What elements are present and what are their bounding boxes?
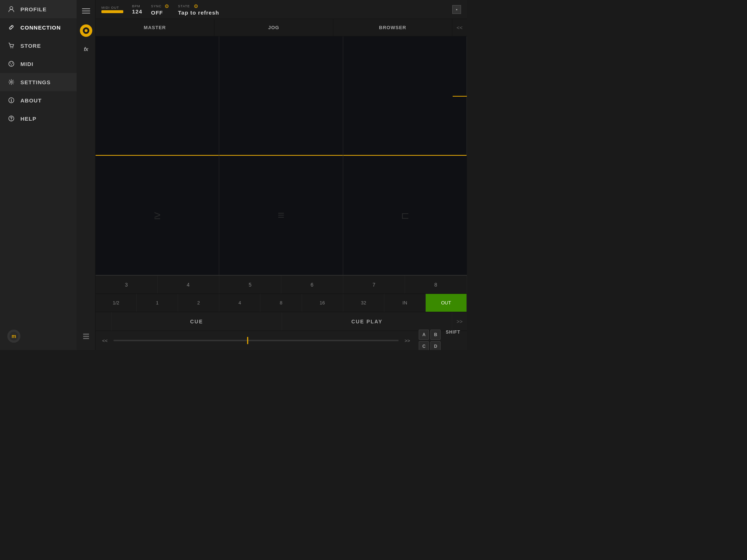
loop-cell-in[interactable]: IN bbox=[384, 294, 426, 312]
svg-point-2 bbox=[12, 47, 13, 48]
bpm-value: 124 bbox=[132, 8, 142, 15]
loop-cell-4[interactable]: 4 bbox=[219, 294, 260, 312]
loop-row: 1/2 1 2 4 8 16 32 IN OUT bbox=[96, 294, 467, 312]
d-button[interactable]: D bbox=[430, 341, 441, 350]
sidebar-label-midi: MIDI bbox=[20, 61, 34, 67]
cue-left-spacer bbox=[96, 312, 112, 331]
deck-icon-2: ≡ bbox=[278, 209, 285, 222]
info-icon bbox=[7, 96, 15, 104]
transport-next[interactable]: >> bbox=[402, 337, 413, 345]
midi-out-label: MIDI OUT bbox=[101, 6, 119, 9]
svg-point-15 bbox=[85, 29, 88, 32]
content-area: ≥ ≡ ⊏ 3 4 5 6 7 bbox=[96, 36, 467, 350]
num-cell-8[interactable]: 8 bbox=[405, 276, 467, 293]
bpm-label: BPM bbox=[132, 4, 140, 8]
svg-point-4 bbox=[10, 63, 11, 63]
num-cell-4[interactable]: 4 bbox=[158, 276, 220, 293]
a-button[interactable]: A bbox=[419, 330, 429, 340]
tab-chevron-right[interactable]: << bbox=[452, 19, 467, 36]
sidebar-label-settings: SETTINGS bbox=[20, 79, 51, 85]
midi-out-section: MIDI OUT bbox=[101, 6, 123, 13]
sidebar-logo: m bbox=[7, 330, 20, 343]
svg-point-0 bbox=[10, 7, 13, 9]
loop-cell-out[interactable]: OUT bbox=[426, 294, 467, 312]
transport-thumb bbox=[247, 337, 248, 344]
sync-label: SYNC bbox=[151, 4, 162, 8]
tab-row: MASTER JOG BROWSER << bbox=[96, 19, 467, 36]
svg-text:m: m bbox=[12, 333, 16, 339]
state-section: STATE ⚙ Tap to refresh bbox=[178, 3, 219, 16]
transport-prev[interactable]: << bbox=[99, 337, 111, 345]
num-cell-7[interactable]: 7 bbox=[343, 276, 405, 293]
cue-play-button[interactable]: CUE PLAY bbox=[282, 312, 452, 331]
sync-value: OFF bbox=[151, 9, 163, 16]
state-gear-icon[interactable]: ⚙ bbox=[194, 3, 198, 9]
sidebar-label-help: HELP bbox=[20, 116, 36, 122]
deck-cell-2-3: ⊏ bbox=[343, 156, 467, 276]
cart-icon bbox=[7, 42, 15, 50]
link-icon bbox=[7, 23, 15, 31]
loop-cell-32[interactable]: 32 bbox=[343, 294, 384, 312]
abcd-grid: A B C D bbox=[419, 330, 441, 350]
sidebar: PROFILE CONNECTION STORE bbox=[0, 0, 77, 350]
corner-button[interactable]: ▪ bbox=[452, 5, 461, 14]
sync-gear-icon[interactable]: ⚙ bbox=[165, 3, 169, 9]
tab-browser[interactable]: BROWSER bbox=[333, 19, 452, 36]
transport-row: << >> A B C D SHIFT bbox=[96, 331, 467, 350]
person-icon bbox=[7, 5, 15, 13]
deck-cell-1-1 bbox=[96, 36, 219, 156]
svg-point-6 bbox=[11, 65, 12, 65]
cue-button[interactable]: CUE bbox=[112, 312, 282, 331]
c-button[interactable]: C bbox=[419, 341, 429, 350]
sidebar-label-connection: CONNECTION bbox=[20, 24, 61, 31]
palette-icon bbox=[7, 60, 15, 68]
sidebar-item-help[interactable]: HELP bbox=[0, 109, 77, 128]
transport-slider[interactable] bbox=[113, 340, 399, 341]
tab-master[interactable]: MASTER bbox=[96, 19, 214, 36]
loop-cell-2[interactable]: 2 bbox=[178, 294, 219, 312]
loop-cell-1[interactable]: 1 bbox=[137, 294, 178, 312]
topbar: MIDI OUT BPM 124 SYNC ⚙ OFF STATE ⚙ Tap … bbox=[96, 0, 467, 19]
loop-cell-16[interactable]: 16 bbox=[302, 294, 343, 312]
sync-section: SYNC ⚙ OFF bbox=[151, 3, 169, 16]
deck-cell-2-1: ≥ bbox=[96, 156, 219, 276]
deck-cell-1-2 bbox=[219, 36, 343, 156]
sidebar-item-settings[interactable]: SETTINGS bbox=[0, 73, 77, 91]
logo-mark: m bbox=[7, 330, 20, 343]
svg-point-5 bbox=[12, 63, 13, 63]
main-panel: MIDI OUT BPM 124 SYNC ⚙ OFF STATE ⚙ Tap … bbox=[96, 0, 467, 350]
loop-cell-half[interactable]: 1/2 bbox=[96, 294, 137, 312]
svg-point-7 bbox=[11, 81, 12, 83]
num-cell-5[interactable]: 5 bbox=[219, 276, 281, 293]
sidebar-item-about[interactable]: ABOUT bbox=[0, 91, 77, 109]
record-button[interactable] bbox=[78, 23, 94, 39]
bpm-section: BPM 124 bbox=[132, 4, 142, 15]
tab-jog[interactable]: JOG bbox=[214, 19, 333, 36]
shift-button[interactable]: SHIFT bbox=[443, 330, 463, 350]
svg-point-1 bbox=[11, 47, 11, 48]
sidebar-item-store[interactable]: STORE bbox=[0, 36, 77, 55]
state-label: STATE bbox=[178, 4, 190, 8]
deck-cell-2-2: ≡ bbox=[219, 156, 343, 276]
loop-cell-8[interactable]: 8 bbox=[260, 294, 302, 312]
cue-chevron[interactable]: >> bbox=[452, 312, 467, 331]
num-cell-3[interactable]: 3 bbox=[96, 276, 158, 293]
sidebar-item-profile[interactable]: PROFILE bbox=[0, 0, 77, 18]
num-cell-6[interactable]: 6 bbox=[281, 276, 343, 293]
state-value: Tap to refresh bbox=[178, 9, 219, 16]
fx-button[interactable]: fx bbox=[78, 41, 94, 57]
deck-cell-1-3 bbox=[343, 36, 467, 156]
deck-icon-1: ≥ bbox=[154, 209, 160, 222]
menu-button[interactable] bbox=[78, 3, 94, 19]
svg-point-10 bbox=[11, 120, 12, 121]
b-button[interactable]: B bbox=[430, 330, 441, 340]
sidebar-item-connection[interactable]: CONNECTION bbox=[0, 18, 77, 36]
sidebar-label-store: STORE bbox=[20, 43, 41, 49]
icon-strip: fx bbox=[77, 0, 96, 350]
question-icon bbox=[7, 114, 15, 122]
sidebar-label-profile: PROFILE bbox=[20, 6, 47, 12]
sidebar-item-midi[interactable]: MIDI bbox=[0, 55, 77, 73]
transport-right: A B C D SHIFT bbox=[419, 330, 463, 350]
lines-button[interactable] bbox=[78, 328, 94, 344]
midi-out-bar bbox=[101, 10, 123, 13]
